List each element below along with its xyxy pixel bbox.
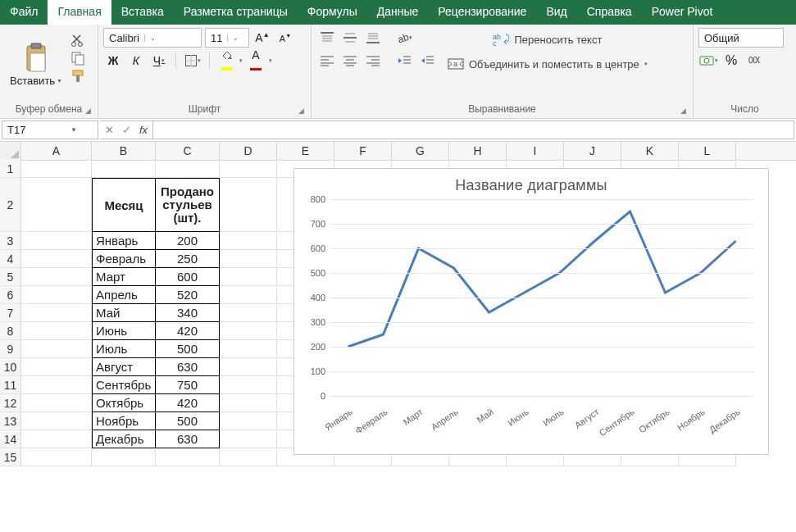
cell-D15[interactable] [220, 448, 277, 466]
font-launcher-icon[interactable]: ◢ [298, 103, 304, 118]
cell-C5[interactable]: 600 [156, 268, 220, 286]
bold-button[interactable]: Ж [103, 51, 123, 70]
cell-B9[interactable]: Июль [92, 340, 156, 358]
percent-button[interactable]: % [721, 51, 741, 70]
row-header-8[interactable]: 8 [0, 322, 21, 340]
cell-C1[interactable] [156, 160, 220, 178]
number-format-combo[interactable]: Общий [698, 28, 784, 48]
column-header-J[interactable]: J [564, 142, 621, 160]
cell-B3[interactable]: Январь [92, 232, 156, 250]
row-header-12[interactable]: 12 [0, 394, 21, 412]
chart-title[interactable]: Название диаграммы [294, 177, 768, 194]
cell-C8[interactable]: 420 [156, 322, 220, 340]
cell-A11[interactable] [21, 376, 92, 394]
cell-B2[interactable]: Месяц [92, 178, 156, 232]
cell-D4[interactable] [220, 250, 277, 268]
decrease-font-button[interactable]: A▼ [275, 28, 295, 48]
row-header-9[interactable]: 9 [0, 340, 21, 358]
row-header-6[interactable]: 6 [0, 286, 21, 304]
cell-D13[interactable] [220, 412, 277, 430]
merge-center-button[interactable]: a Объединить и поместить в центре ▾ [443, 52, 653, 75]
clipboard-launcher-icon[interactable]: ◢ [85, 103, 91, 118]
cell-C2[interactable]: Продано стульев (шт). [156, 178, 220, 232]
align-center-button[interactable] [339, 51, 361, 70]
cell-A15[interactable] [21, 448, 92, 466]
paste-button[interactable]: Вставить▼ [5, 28, 67, 100]
cell-B11[interactable]: Сентябрь [92, 376, 156, 394]
cell-C6[interactable]: 520 [156, 286, 220, 304]
cell-C3[interactable]: 200 [156, 232, 220, 250]
column-header-L[interactable]: L [679, 142, 736, 160]
comma-button[interactable]: 000 [744, 51, 764, 70]
align-left-button[interactable] [316, 51, 338, 70]
cell-A2[interactable] [21, 178, 92, 232]
align-bottom-button[interactable] [362, 28, 384, 48]
select-all-corner[interactable] [0, 142, 21, 160]
cell-D12[interactable] [220, 394, 277, 412]
cut-button[interactable] [71, 33, 85, 48]
underline-button[interactable]: Ч▾ [149, 51, 169, 70]
increase-font-button[interactable]: A▲ [252, 28, 272, 48]
cell-D11[interactable] [220, 376, 277, 394]
cell-C9[interactable]: 500 [156, 340, 220, 358]
cell-B5[interactable]: Март [92, 268, 156, 286]
chart-object[interactable]: Название диаграммы 010020030040050060070… [293, 168, 769, 455]
cell-B7[interactable]: Май [92, 304, 156, 322]
formula-input[interactable] [153, 120, 794, 139]
cell-A12[interactable] [21, 394, 92, 412]
cancel-formula-button[interactable]: ✕ [105, 124, 114, 136]
cell-B10[interactable]: Август [92, 358, 156, 376]
cell-A6[interactable] [21, 286, 92, 304]
cell-A9[interactable] [21, 340, 92, 358]
font-color-button[interactable]: А [246, 51, 266, 70]
column-header-A[interactable]: A [21, 142, 92, 160]
column-header-G[interactable]: G [392, 142, 449, 160]
tab-data[interactable]: Данные [367, 0, 429, 25]
cell-C11[interactable]: 750 [156, 376, 220, 394]
tab-review[interactable]: Рецензирование [428, 0, 536, 25]
tab-formulas[interactable]: Формулы [298, 0, 367, 25]
cell-C4[interactable]: 250 [156, 250, 220, 268]
cell-A5[interactable] [21, 268, 92, 286]
enter-formula-button[interactable]: ✓ [122, 124, 131, 136]
worksheet[interactable]: ABCDEFGHIJKL 123456789101112131415МесяцП… [0, 142, 796, 532]
fx-button[interactable]: fx [139, 124, 148, 136]
column-header-E[interactable]: E [277, 142, 334, 160]
italic-button[interactable]: К [126, 51, 146, 70]
cell-C13[interactable]: 500 [156, 412, 220, 430]
fill-color-button[interactable] [216, 51, 236, 70]
cell-A4[interactable] [21, 250, 92, 268]
accounting-format-button[interactable]: ▾ [698, 51, 718, 70]
decrease-indent-button[interactable] [393, 51, 415, 70]
tab-insert[interactable]: Вставка [111, 0, 174, 25]
cell-D10[interactable] [220, 358, 277, 376]
cell-B8[interactable]: Июнь [92, 322, 156, 340]
cell-A10[interactable] [21, 358, 92, 376]
cell-D1[interactable] [220, 160, 277, 178]
column-header-I[interactable]: I [507, 142, 564, 160]
tab-view[interactable]: Вид [536, 0, 576, 25]
cell-B6[interactable]: Апрель [92, 286, 156, 304]
tab-powerpivot[interactable]: Power Pivot [642, 0, 723, 25]
align-middle-button[interactable] [339, 28, 361, 48]
row-header-14[interactable]: 14 [0, 430, 21, 448]
cell-B12[interactable]: Октябрь [92, 394, 156, 412]
borders-button[interactable]: ▾ [183, 51, 202, 70]
wrap-text-button[interactable]: abc Переносить текст [443, 28, 653, 51]
row-header-13[interactable]: 13 [0, 412, 21, 430]
row-header-4[interactable]: 4 [0, 250, 21, 268]
row-header-5[interactable]: 5 [0, 268, 21, 286]
column-header-H[interactable]: H [449, 142, 507, 160]
font-name-combo[interactable]: Calibri⌄ [103, 28, 202, 48]
column-header-F[interactable]: F [334, 142, 392, 160]
orientation-button[interactable]: ab▾ [393, 28, 415, 48]
column-header-D[interactable]: D [220, 142, 277, 160]
cell-A13[interactable] [21, 412, 92, 430]
column-header-C[interactable]: C [156, 142, 220, 160]
cell-B13[interactable]: Ноябрь [92, 412, 156, 430]
cell-D9[interactable] [220, 340, 277, 358]
cell-C7[interactable]: 340 [156, 304, 220, 322]
cell-A1[interactable] [21, 160, 92, 178]
row-header-11[interactable]: 11 [0, 376, 21, 394]
font-size-combo[interactable]: 11⌄ [205, 28, 249, 48]
